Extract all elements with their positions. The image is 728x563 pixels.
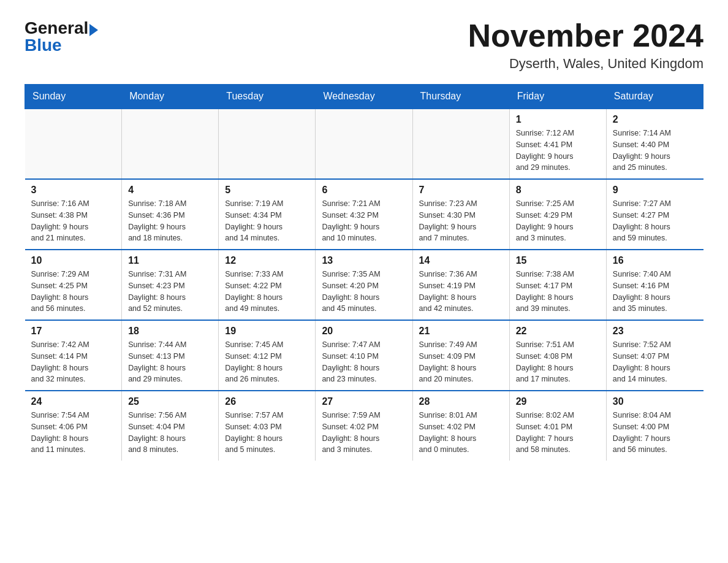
- day-cell: 10Sunrise: 7:29 AM Sunset: 4:25 PM Dayli…: [25, 250, 122, 320]
- day-info: Sunrise: 7:29 AM Sunset: 4:25 PM Dayligh…: [31, 269, 116, 315]
- calendar-title: November 2024: [468, 18, 703, 53]
- day-info: Sunrise: 7:36 AM Sunset: 4:19 PM Dayligh…: [419, 269, 503, 315]
- day-number: 3: [31, 185, 116, 196]
- header-cell-friday: Friday: [509, 85, 606, 109]
- header: General Blue November 2024 Dyserth, Wale…: [25, 18, 703, 72]
- day-cell: 26Sunrise: 7:57 AM Sunset: 4:03 PM Dayli…: [219, 391, 316, 461]
- day-cell: 18Sunrise: 7:44 AM Sunset: 4:13 PM Dayli…: [122, 320, 219, 391]
- day-info: Sunrise: 7:35 AM Sunset: 4:20 PM Dayligh…: [322, 269, 406, 315]
- day-number: 9: [613, 185, 697, 196]
- day-number: 19: [225, 326, 309, 337]
- day-cell: 23Sunrise: 7:52 AM Sunset: 4:07 PM Dayli…: [606, 320, 703, 391]
- logo-area: General Blue: [25, 18, 98, 55]
- day-number: 23: [613, 326, 697, 337]
- day-info: Sunrise: 7:38 AM Sunset: 4:17 PM Dayligh…: [516, 269, 600, 315]
- week-row-4: 17Sunrise: 7:42 AM Sunset: 4:14 PM Dayli…: [25, 320, 703, 391]
- day-number: 25: [128, 396, 212, 407]
- day-cell: [25, 109, 122, 179]
- day-cell: [316, 109, 412, 179]
- day-info: Sunrise: 7:25 AM Sunset: 4:29 PM Dayligh…: [516, 198, 600, 244]
- day-cell: 5Sunrise: 7:19 AM Sunset: 4:34 PM Daylig…: [219, 179, 316, 250]
- day-cell: 4Sunrise: 7:18 AM Sunset: 4:36 PM Daylig…: [122, 179, 219, 250]
- day-number: 29: [516, 396, 600, 407]
- day-cell: 16Sunrise: 7:40 AM Sunset: 4:16 PM Dayli…: [606, 250, 703, 320]
- day-cell: 29Sunrise: 8:02 AM Sunset: 4:01 PM Dayli…: [509, 391, 606, 461]
- day-number: 27: [322, 396, 406, 407]
- day-number: 17: [31, 326, 116, 337]
- day-cell: [122, 109, 219, 179]
- week-row-3: 10Sunrise: 7:29 AM Sunset: 4:25 PM Dayli…: [25, 250, 703, 320]
- header-cell-tuesday: Tuesday: [219, 85, 316, 109]
- day-info: Sunrise: 7:49 AM Sunset: 4:09 PM Dayligh…: [419, 339, 503, 385]
- day-info: Sunrise: 8:02 AM Sunset: 4:01 PM Dayligh…: [516, 410, 600, 456]
- day-cell: 15Sunrise: 7:38 AM Sunset: 4:17 PM Dayli…: [509, 250, 606, 320]
- header-cell-sunday: Sunday: [25, 85, 122, 109]
- day-info: Sunrise: 7:52 AM Sunset: 4:07 PM Dayligh…: [613, 339, 697, 385]
- day-number: 4: [128, 185, 212, 196]
- day-number: 15: [516, 255, 600, 266]
- day-info: Sunrise: 7:14 AM Sunset: 4:40 PM Dayligh…: [613, 128, 697, 174]
- day-info: Sunrise: 7:44 AM Sunset: 4:13 PM Dayligh…: [128, 339, 212, 385]
- day-cell: 19Sunrise: 7:45 AM Sunset: 4:12 PM Dayli…: [219, 320, 316, 391]
- day-info: Sunrise: 7:56 AM Sunset: 4:04 PM Dayligh…: [128, 410, 212, 456]
- day-info: Sunrise: 7:23 AM Sunset: 4:30 PM Dayligh…: [419, 198, 503, 244]
- day-info: Sunrise: 7:12 AM Sunset: 4:41 PM Dayligh…: [516, 128, 600, 174]
- day-info: Sunrise: 7:18 AM Sunset: 4:36 PM Dayligh…: [128, 198, 212, 244]
- day-info: Sunrise: 7:45 AM Sunset: 4:12 PM Dayligh…: [225, 339, 309, 385]
- day-info: Sunrise: 8:04 AM Sunset: 4:00 PM Dayligh…: [613, 410, 697, 456]
- day-cell: 3Sunrise: 7:16 AM Sunset: 4:38 PM Daylig…: [25, 179, 122, 250]
- day-cell: 28Sunrise: 8:01 AM Sunset: 4:02 PM Dayli…: [412, 391, 509, 461]
- day-info: Sunrise: 7:54 AM Sunset: 4:06 PM Dayligh…: [31, 410, 116, 456]
- calendar-table: SundayMondayTuesdayWednesdayThursdayFrid…: [25, 84, 703, 461]
- day-number: 7: [419, 185, 503, 196]
- day-number: 20: [322, 326, 406, 337]
- day-cell: 1Sunrise: 7:12 AM Sunset: 4:41 PM Daylig…: [509, 109, 606, 179]
- day-cell: 8Sunrise: 7:25 AM Sunset: 4:29 PM Daylig…: [509, 179, 606, 250]
- week-row-5: 24Sunrise: 7:54 AM Sunset: 4:06 PM Dayli…: [25, 391, 703, 461]
- day-number: 12: [225, 255, 309, 266]
- day-number: 16: [613, 255, 697, 266]
- day-info: Sunrise: 7:16 AM Sunset: 4:38 PM Dayligh…: [31, 198, 116, 244]
- day-number: 1: [516, 114, 600, 125]
- day-number: 26: [225, 396, 309, 407]
- day-number: 5: [225, 185, 309, 196]
- week-row-1: 1Sunrise: 7:12 AM Sunset: 4:41 PM Daylig…: [25, 109, 703, 179]
- header-cell-saturday: Saturday: [606, 85, 703, 109]
- day-info: Sunrise: 7:59 AM Sunset: 4:02 PM Dayligh…: [322, 410, 406, 456]
- day-number: 14: [419, 255, 503, 266]
- day-info: Sunrise: 7:21 AM Sunset: 4:32 PM Dayligh…: [322, 198, 406, 244]
- day-number: 2: [613, 114, 697, 125]
- logo-general: General: [25, 18, 88, 37]
- day-cell: 17Sunrise: 7:42 AM Sunset: 4:14 PM Dayli…: [25, 320, 122, 391]
- day-cell: 27Sunrise: 7:59 AM Sunset: 4:02 PM Dayli…: [316, 391, 412, 461]
- day-number: 13: [322, 255, 406, 266]
- day-cell: 14Sunrise: 7:36 AM Sunset: 4:19 PM Dayli…: [412, 250, 509, 320]
- calendar-subtitle: Dyserth, Wales, United Kingdom: [468, 56, 703, 72]
- day-info: Sunrise: 7:47 AM Sunset: 4:10 PM Dayligh…: [322, 339, 406, 385]
- header-cell-thursday: Thursday: [412, 85, 509, 109]
- day-cell: 21Sunrise: 7:49 AM Sunset: 4:09 PM Dayli…: [412, 320, 509, 391]
- day-cell: [219, 109, 316, 179]
- day-cell: 7Sunrise: 7:23 AM Sunset: 4:30 PM Daylig…: [412, 179, 509, 250]
- day-number: 10: [31, 255, 116, 266]
- day-cell: 24Sunrise: 7:54 AM Sunset: 4:06 PM Dayli…: [25, 391, 122, 461]
- day-cell: 22Sunrise: 7:51 AM Sunset: 4:08 PM Dayli…: [509, 320, 606, 391]
- day-number: 21: [419, 326, 503, 337]
- logo-triangle-icon: [89, 24, 98, 36]
- header-row: SundayMondayTuesdayWednesdayThursdayFrid…: [25, 85, 703, 109]
- day-info: Sunrise: 7:42 AM Sunset: 4:14 PM Dayligh…: [31, 339, 116, 385]
- title-area: November 2024 Dyserth, Wales, United Kin…: [468, 18, 703, 72]
- day-info: Sunrise: 7:31 AM Sunset: 4:23 PM Dayligh…: [128, 269, 212, 315]
- day-info: Sunrise: 7:27 AM Sunset: 4:27 PM Dayligh…: [613, 198, 697, 244]
- day-number: 18: [128, 326, 212, 337]
- day-number: 24: [31, 396, 116, 407]
- day-cell: 30Sunrise: 8:04 AM Sunset: 4:00 PM Dayli…: [606, 391, 703, 461]
- day-number: 22: [516, 326, 600, 337]
- day-number: 6: [322, 185, 406, 196]
- day-cell: 25Sunrise: 7:56 AM Sunset: 4:04 PM Dayli…: [122, 391, 219, 461]
- day-cell: 6Sunrise: 7:21 AM Sunset: 4:32 PM Daylig…: [316, 179, 412, 250]
- day-cell: 13Sunrise: 7:35 AM Sunset: 4:20 PM Dayli…: [316, 250, 412, 320]
- day-cell: 9Sunrise: 7:27 AM Sunset: 4:27 PM Daylig…: [606, 179, 703, 250]
- day-cell: 11Sunrise: 7:31 AM Sunset: 4:23 PM Dayli…: [122, 250, 219, 320]
- day-info: Sunrise: 7:40 AM Sunset: 4:16 PM Dayligh…: [613, 269, 697, 315]
